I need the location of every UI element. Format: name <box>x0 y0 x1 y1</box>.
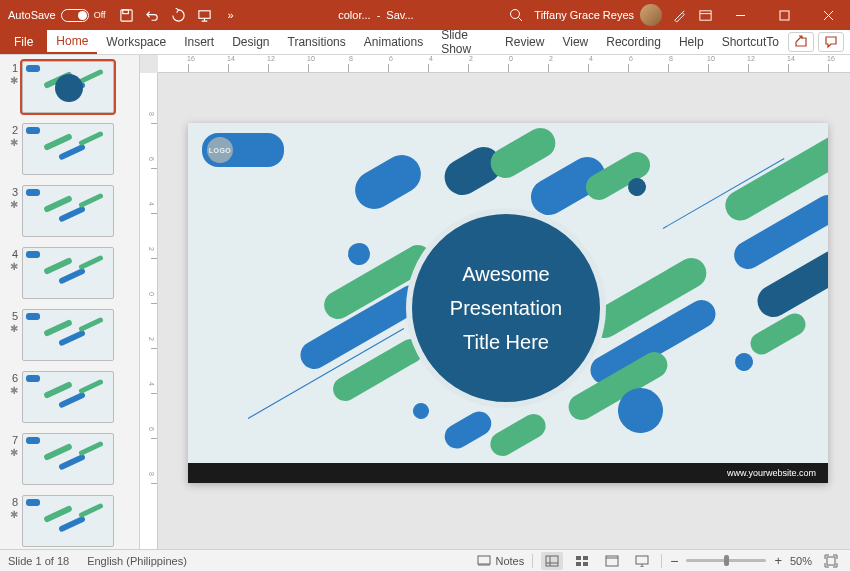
autosave-toggle[interactable]: AutoSave Off <box>0 9 114 22</box>
zoom-out-button[interactable]: − <box>670 553 678 569</box>
more-quickaccess[interactable]: » <box>218 0 244 30</box>
thumbnail-row: 5✱ <box>4 309 135 361</box>
status-bar: Slide 1 of 18 English (Philippines) Note… <box>0 549 850 571</box>
normal-view-button[interactable] <box>541 552 563 570</box>
notes-label: Notes <box>495 555 524 567</box>
slide-thumbnail[interactable] <box>22 433 114 485</box>
search-icon[interactable] <box>508 7 524 23</box>
comments-button[interactable] <box>818 32 844 52</box>
autosave-state: Off <box>94 10 106 20</box>
tab-view[interactable]: View <box>553 30 597 54</box>
thumbnail-number: 4 <box>4 247 18 260</box>
undo-button[interactable] <box>140 0 166 30</box>
fit-to-window-button[interactable] <box>820 552 842 570</box>
user-account[interactable]: Tiffany Grace Reyes <box>534 4 666 26</box>
horizontal-ruler: 1614121086420246810121416 <box>158 55 850 73</box>
reading-view-button[interactable] <box>601 552 623 570</box>
tab-slideshow[interactable]: Slide Show <box>432 30 496 54</box>
tab-help[interactable]: Help <box>670 30 713 54</box>
thumbnail-row: 3✱ <box>4 185 135 237</box>
animation-star-icon: ✱ <box>10 261 18 272</box>
tab-transitions[interactable]: Transitions <box>279 30 355 54</box>
svg-rect-5 <box>780 11 789 20</box>
language[interactable]: English (Philippines) <box>87 555 187 567</box>
thumbnail-number: 8 <box>4 495 18 508</box>
slide-position[interactable]: Slide 1 of 18 <box>8 555 69 567</box>
title-line-3: Title Here <box>463 325 549 359</box>
svg-rect-10 <box>576 562 581 566</box>
slide-thumbnail[interactable] <box>22 185 114 237</box>
tab-animations[interactable]: Animations <box>355 30 432 54</box>
ribbon-tabs: File Home Workspace Insert Design Transi… <box>0 30 850 55</box>
redo-button[interactable] <box>166 0 192 30</box>
avatar <box>640 4 662 26</box>
zoom-level[interactable]: 50% <box>790 555 812 567</box>
slide-stage[interactable]: LOGO Awesome Presentation Title Here www… <box>158 73 850 549</box>
logo-badge: LOGO <box>202 133 284 167</box>
thumbnail-row: 8✱ <box>4 495 135 547</box>
tab-insert[interactable]: Insert <box>175 30 223 54</box>
slide-thumbnail[interactable] <box>22 61 114 113</box>
animation-star-icon: ✱ <box>10 509 18 520</box>
slideshow-view-button[interactable] <box>631 552 653 570</box>
thumbnail-row: 7✱ <box>4 433 135 485</box>
website-url: www.yourwebsite.com <box>727 468 816 478</box>
close-button[interactable] <box>806 0 850 30</box>
thumbnail-number: 5 <box>4 309 18 322</box>
slide-canvas[interactable]: LOGO Awesome Presentation Title Here www… <box>188 123 828 483</box>
animation-star-icon: ✱ <box>10 447 18 458</box>
svg-rect-11 <box>583 562 588 566</box>
title-line-1: Awesome <box>462 257 549 291</box>
tab-review[interactable]: Review <box>496 30 553 54</box>
file-tab[interactable]: File <box>0 30 47 54</box>
svg-rect-9 <box>583 556 588 560</box>
thumbnail-number: 3 <box>4 185 18 198</box>
animation-star-icon: ✱ <box>10 137 18 148</box>
slide-thumbnail[interactable] <box>22 371 114 423</box>
thumbnail-number: 1 <box>4 61 18 74</box>
user-name: Tiffany Grace Reyes <box>534 9 634 21</box>
slide-footer: www.yourwebsite.com <box>188 463 828 483</box>
vertical-ruler: 864202468 <box>140 73 158 549</box>
thumbnail-row: 1✱ <box>4 61 135 113</box>
save-button[interactable] <box>114 0 140 30</box>
share-button[interactable] <box>788 32 814 52</box>
thumbnail-row: 6✱ <box>4 371 135 423</box>
tab-home[interactable]: Home <box>47 30 97 54</box>
minimize-button[interactable] <box>718 0 762 30</box>
slide-thumbnail[interactable] <box>22 495 114 547</box>
notes-button[interactable]: Notes <box>477 555 524 567</box>
svg-point-3 <box>511 10 520 19</box>
draw-mode-button[interactable] <box>666 0 692 30</box>
thumbnail-number: 7 <box>4 433 18 446</box>
animation-star-icon: ✱ <box>10 323 18 334</box>
tab-shortcutto[interactable]: ShortcutTo <box>713 30 788 54</box>
slide-panel-scroll[interactable]: 1✱2✱3✱4✱5✱6✱7✱8✱ <box>0 55 139 549</box>
save-status: Sav... <box>386 9 413 21</box>
thumbnail-number: 6 <box>4 371 18 384</box>
thumbnail-row: 4✱ <box>4 247 135 299</box>
thumbnail-number: 2 <box>4 123 18 136</box>
svg-rect-7 <box>546 556 558 566</box>
tab-recording[interactable]: Recording <box>597 30 670 54</box>
zoom-slider[interactable] <box>686 559 766 562</box>
toggle-switch-icon <box>61 9 89 22</box>
slide-thumbnail[interactable] <box>22 309 114 361</box>
tab-workspace[interactable]: Workspace <box>97 30 175 54</box>
autosave-label: AutoSave <box>8 9 56 21</box>
slide-thumbnail[interactable] <box>22 123 114 175</box>
tab-design[interactable]: Design <box>223 30 278 54</box>
animation-star-icon: ✱ <box>10 75 18 86</box>
ribbon-display-button[interactable] <box>692 0 718 30</box>
svg-rect-2 <box>199 10 210 18</box>
maximize-button[interactable] <box>762 0 806 30</box>
slide-thumbnail[interactable] <box>22 247 114 299</box>
svg-rect-13 <box>636 556 648 564</box>
present-button[interactable] <box>192 0 218 30</box>
svg-rect-6 <box>478 556 490 564</box>
document-name[interactable]: color... <box>338 9 370 21</box>
sorter-view-button[interactable] <box>571 552 593 570</box>
zoom-in-button[interactable]: + <box>774 553 782 568</box>
svg-rect-1 <box>123 9 129 13</box>
title-circle[interactable]: Awesome Presentation Title Here <box>406 208 606 408</box>
